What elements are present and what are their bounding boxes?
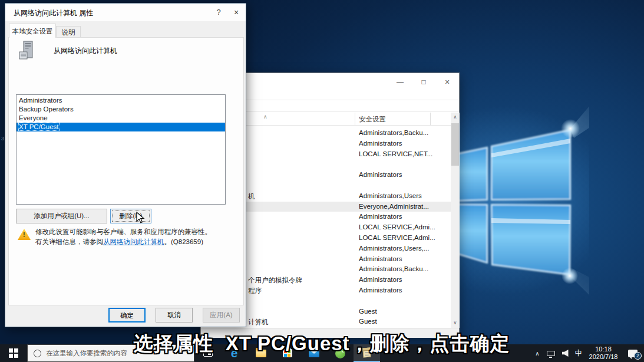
vertical-scrollbar[interactable]: ∧ ∨ [451,113,460,328]
security-setting-value: Guest [359,318,377,325]
video-subtitle: 选择属性 XT PC/Guest，删除，点击确定 [133,331,510,357]
notification-badge: 2 [634,352,642,360]
warning-exclamation: ! [23,231,25,238]
mouse-cursor [136,212,146,225]
tab-page: 从网络访问此计算机 AdministratorsBackup Operators… [8,37,244,305]
security-setting-value: Administrators [359,171,402,178]
column-separator[interactable] [430,113,431,126]
add-user-or-group-button[interactable]: 添加用户或组(U)... [16,209,107,223]
maximize-button[interactable]: □ [412,73,435,91]
security-setting-value: LOCAL SERVICE,Admi... [359,234,435,241]
warning-line2-suffix: 。(Q823659) [164,238,203,245]
member-list-item[interactable]: Backup Operators [16,105,225,114]
action-center-button[interactable]: 2 [622,344,644,362]
tab-local-security-setting[interactable]: 本地安全设置 [9,24,56,38]
help-button[interactable]: ? [210,4,227,21]
windows-logo-icon [9,348,18,358]
policy-name-fragment: 机 [248,192,255,201]
security-setting-value: Administrators,Backu... [359,129,428,136]
start-button[interactable] [0,344,27,362]
cortana-icon [34,350,41,357]
tab-explain[interactable]: 说明 [56,26,81,38]
sort-ascending-icon: ∧ [263,114,267,120]
policy-name-fragment: 个用户的模拟令牌 [248,276,302,285]
stray-character: 3 [1,136,4,141]
warning-line1: 修改此设置可能影响与客户端、服务和应用程序的兼容性。 [35,228,212,235]
security-setting-value: Administrators,Backu... [359,265,428,272]
member-list-item[interactable]: Everyone [16,114,225,123]
security-setting-value: Administrators [359,276,402,283]
security-setting-value: Administrators [359,140,402,147]
search-placeholder: 在这里输入你要搜索的内容 [46,349,127,358]
security-setting-value: Administrators [359,255,402,262]
close-button[interactable]: × [435,73,459,91]
apply-button[interactable]: 应用(A) [203,308,240,322]
minimize-button[interactable]: — [388,73,412,91]
system-tray: ∧ 中 10:18 2020/7/18 2 [531,344,644,362]
security-setting-value: Administrators,Users,... [359,245,430,252]
warning-text: 修改此设置可能影响与客户端、服务和应用程序的兼容性。 有关详细信息，请参阅从网络… [35,227,236,247]
scrollbar-thumb[interactable] [451,123,459,166]
security-setting-value: Administrators,Users [359,192,422,199]
members-listbox[interactable]: AdministratorsBackup OperatorsEveryoneXT… [16,94,226,205]
scroll-up-icon[interactable]: ∧ [451,113,460,122]
member-list-item[interactable]: XT PC/Guest [16,123,225,131]
network-icon[interactable] [544,344,558,362]
scroll-down-icon[interactable]: ∨ [451,318,460,328]
tray-chevron-icon[interactable]: ∧ [531,344,544,362]
screen: 3 — □ × ∧ 安全设置 Administrators,Backu... [0,0,644,362]
policy-name-label: 从网络访问此计算机 [54,46,117,56]
member-list-item[interactable]: Administrators [16,96,225,105]
taskbar-clock[interactable]: 10:18 2020/7/18 [585,344,622,362]
speaker-icon[interactable] [558,344,572,362]
dialog-titlebar[interactable]: 从网络访问此计算机 属性 ? × [5,4,246,21]
warning-line2-prefix: 有关详细信息，请参阅 [35,238,103,245]
policy-server-icon [17,40,37,62]
security-setting-value: Everyone,Administrat... [359,203,429,210]
security-setting-value: Guest [359,308,377,315]
security-setting-value: LOCAL SERVICE,Admi... [359,223,435,231]
properties-dialog: 从网络访问此计算机 属性 ? × 本地安全设置 说明 从网络访问此计算机 Adm… [5,3,246,327]
security-setting-value: Administrators [359,287,402,294]
policy-help-link[interactable]: 从网络访问此计算机 [103,238,164,245]
policy-name-fragment: 程序 [248,287,262,295]
column-header-security-setting[interactable]: 安全设置 [359,115,386,124]
security-setting-value: Administrators [359,213,402,220]
policy-name-fragment: 计算机 [248,318,269,327]
ok-button[interactable]: 确定 [108,308,146,322]
column-separator[interactable] [355,113,355,126]
clock-date: 2020/7/18 [589,353,618,360]
cancel-button[interactable]: 取消 [156,308,193,322]
close-icon[interactable]: × [228,4,245,21]
ime-indicator[interactable]: 中 [572,344,585,362]
security-setting-value: LOCAL SERVICE,NET... [359,150,432,157]
clock-time: 10:18 [595,345,612,353]
dialog-title: 从网络访问此计算机 属性 [14,8,93,18]
